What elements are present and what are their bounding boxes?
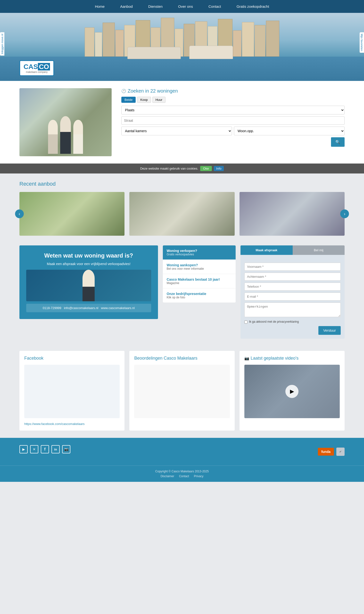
footer-contact[interactable]: Contact: [179, 474, 189, 478]
footer-copyright: Copyright © Casco Makelaars 2013-2025 Di…: [0, 466, 364, 482]
form-opmerkingen[interactable]: [244, 303, 341, 317]
card-image-1: [19, 192, 125, 236]
cards-row: [19, 192, 345, 236]
privacy-label: Ik ga akkoord met de privacyverklaring: [249, 320, 299, 323]
search-section: 🕐 Zoeken in 22 woningen Beide Koop Huur …: [0, 81, 364, 164]
property-carousel: ‹ ›: [19, 192, 345, 236]
nav-aanbod[interactable]: Aanbod: [112, 0, 141, 13]
kamers-select[interactable]: Aantal kamers: [121, 126, 232, 135]
facebook-widget: [24, 365, 120, 418]
nav-contact[interactable]: Contact: [201, 0, 229, 13]
footer: ▶ ✕ f in 📷 funda ✔: [0, 438, 364, 466]
footer-links: Disclaimer Contact Privacy: [4, 474, 360, 478]
form-email[interactable]: [244, 293, 341, 301]
footer-disclaimer[interactable]: Disclaimer: [161, 474, 174, 478]
nav-over-ons[interactable]: Over ons: [170, 0, 201, 13]
search-title: 🕐 Zoeken in 22 woningen: [121, 88, 345, 94]
three-col-section: Facebook https://www.facebook.com/cascom…: [0, 346, 364, 438]
property-card-2[interactable]: [129, 192, 234, 236]
footer-privacy[interactable]: Privacy: [194, 474, 203, 478]
form-tab-belmij[interactable]: Bel mij: [293, 245, 345, 255]
videos-title: 📷 Laatst geplaatste video's: [244, 356, 340, 361]
video-thumbnail[interactable]: ▶: [244, 365, 340, 418]
straat-input[interactable]: [121, 116, 345, 125]
tab-beide[interactable]: Beide: [121, 97, 136, 103]
facebook-title: Facebook: [24, 356, 120, 361]
logo-co: CO: [38, 63, 50, 70]
search-tabs: Beide Koop Huur: [121, 97, 345, 103]
tab-koop[interactable]: Koop: [137, 97, 151, 103]
nav-diensten[interactable]: Diensten: [141, 0, 170, 13]
tab-huur[interactable]: Huur: [152, 97, 166, 103]
linkedin-icon[interactable]: in: [52, 445, 60, 453]
form-tab-afspraak[interactable]: Maak afspraak: [240, 245, 292, 255]
nav-gratis[interactable]: Gratis zoekopdracht: [229, 0, 277, 13]
promo-links-block: Woning verkopen? Gratis verkoopadvies Wo…: [163, 245, 236, 303]
recent-title: Recent aanbod: [19, 181, 345, 187]
videos-col: 📷 Laatst geplaatste video's ▶: [239, 351, 345, 431]
promo-heading: Weten wat uw woning waard is?: [26, 252, 151, 259]
promo-link-item-1[interactable]: Woning verkopen? Gratis verkoopadvies: [163, 245, 236, 260]
property-card-3[interactable]: [239, 192, 345, 236]
form-submit-button[interactable]: Verstuur: [318, 326, 341, 335]
card-image-3: [239, 192, 345, 236]
search-button[interactable]: 🔍: [331, 137, 345, 147]
instagram-icon[interactable]: 📷: [62, 445, 70, 453]
team-photo: [19, 88, 112, 156]
logo: CASCO makelaars company: [19, 60, 54, 76]
property-card-1[interactable]: [19, 192, 125, 236]
search-box: 🕐 Zoeken in 22 woningen Beide Koop Huur …: [121, 88, 345, 147]
video-camera-icon: 📷: [244, 356, 249, 361]
promo-link-item-3[interactable]: Casco Makelaars bestaat 10 jaar! Magazin…: [163, 274, 236, 288]
form-telefoon[interactable]: [244, 283, 341, 291]
plaats-select[interactable]: Plaats: [121, 106, 345, 114]
privacy-check[interactable]: [244, 321, 247, 324]
sidebar-favorites[interactable]: Mijn favorieten: [360, 32, 364, 53]
woonopp-select[interactable]: Woon.opp.: [234, 126, 345, 135]
sidebar-login[interactable]: Inloggen move.nl: [0, 32, 4, 56]
play-button[interactable]: ▶: [285, 385, 299, 398]
cookie-info-button[interactable]: Info: [214, 166, 224, 171]
facebook-icon[interactable]: f: [41, 445, 49, 453]
promo-email: info@cascomakelaars.nl: [64, 306, 98, 310]
promo-link-item-2[interactable]: Woning aankopen? Bel ons voor meer infor…: [163, 260, 236, 274]
form-privacy-checkbox[interactable]: Ik ga akkoord met de privacyverklaring: [244, 320, 341, 324]
logo-cas: CAS: [24, 63, 38, 70]
main-nav: Home Aanbod Diensten Over ons Contact Gr…: [0, 0, 364, 13]
card-image-2: [129, 192, 234, 236]
reviews-col: Beoordelingen Casco Makelaars: [129, 351, 234, 431]
nav-home[interactable]: Home: [87, 0, 112, 13]
facebook-link[interactable]: https://www.facebook.com/cascomakelaars: [24, 422, 120, 426]
logo-tagline: makelaars company: [24, 71, 50, 73]
youtube-icon[interactable]: ▶: [19, 445, 28, 453]
cookie-message: Deze website maakt gebruik van cookies.: [140, 167, 198, 170]
promo-section: Weten wat uw woning waard is? Maak een a…: [0, 243, 364, 346]
promo-phone: 0118-729999: [43, 306, 61, 310]
promo-link-item-4[interactable]: Onze bedrijfspresentatie Klik op de foto: [163, 288, 236, 303]
promo-website: www.cascomakelaars.nl: [101, 306, 135, 310]
funda-badge[interactable]: funda: [318, 448, 334, 456]
hero-image: CASCO makelaars company Inloggen move.nl…: [0, 13, 364, 81]
facebook-col: Facebook https://www.facebook.com/cascom…: [19, 351, 125, 431]
carousel-prev[interactable]: ‹: [15, 209, 24, 218]
partner-badge: ✔: [336, 447, 345, 456]
recent-section: Recent aanbod ‹ ›: [0, 173, 364, 243]
cookie-bar: Deze website maakt gebruik van cookies. …: [0, 164, 364, 173]
copyright-text: Copyright © Casco Makelaars 2013-2025: [4, 470, 360, 473]
promo-subtext: Maak een afspraak voor een vrijblijvend …: [26, 262, 151, 266]
promo-contact-info: 0118-729999 info@cascomakelaars.nl www.c…: [26, 304, 151, 312]
form-tabs: Maak afspraak Bel mij: [240, 245, 345, 255]
twitter-icon[interactable]: ✕: [30, 445, 38, 453]
contact-form-block: Maak afspraak Bel mij Ik ga akkoord met …: [240, 245, 345, 339]
reviews-widget: [134, 365, 230, 418]
reviews-title: Beoordelingen Casco Makelaars: [134, 356, 230, 361]
form-achternaam[interactable]: [244, 273, 341, 281]
promo-agent-photo: [26, 270, 151, 301]
form-voornaam[interactable]: [244, 263, 341, 271]
cookie-ok-button[interactable]: Oke: [200, 166, 212, 171]
carousel-next[interactable]: ›: [340, 209, 349, 218]
social-icons: ▶ ✕ f in 📷: [19, 445, 70, 453]
promo-blue-block: Weten wat uw woning waard is? Maak een a…: [19, 245, 158, 319]
